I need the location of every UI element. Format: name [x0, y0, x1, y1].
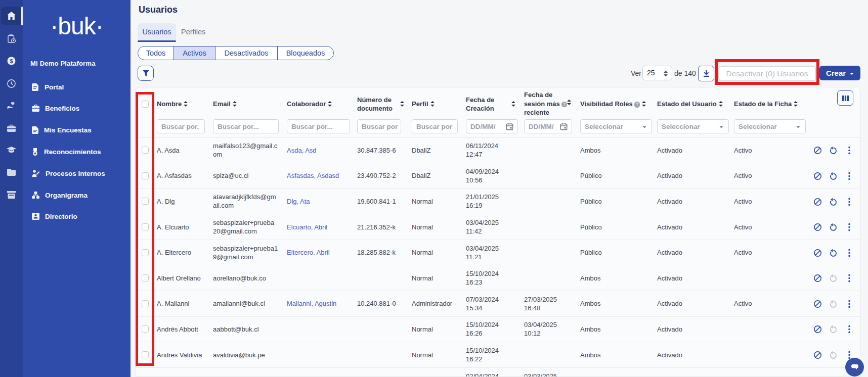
svg-text:$: $: [10, 58, 13, 64]
